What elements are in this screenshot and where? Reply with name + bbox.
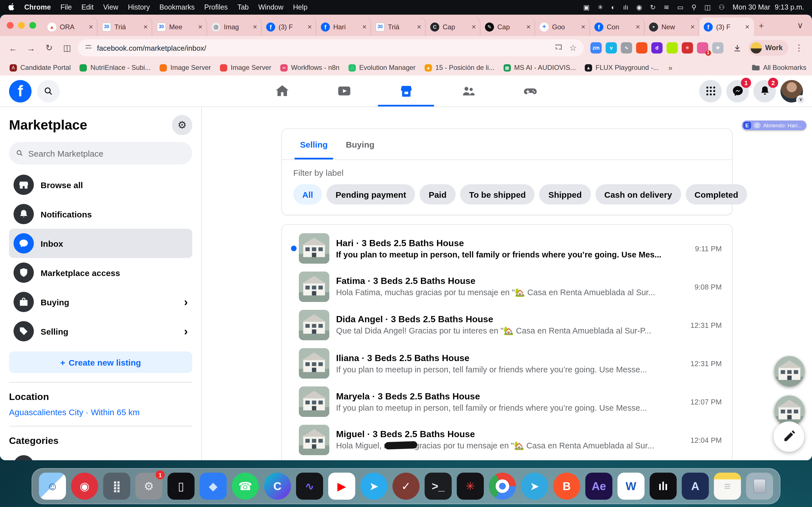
close-tab-icon[interactable]: × xyxy=(526,22,530,31)
create-new-listing-button[interactable]: + Create new listing xyxy=(9,351,192,373)
browser-tab[interactable]: Hari × xyxy=(316,17,371,36)
obs-icon[interactable]: ◉ xyxy=(637,3,642,11)
settings-gear-button[interactable]: ⚙ xyxy=(172,115,192,135)
browser-tab[interactable]: ORA × xyxy=(43,17,98,36)
lastpass-extension[interactable]: ✳ xyxy=(682,42,693,54)
menu-item[interactable]: Bookmarks xyxy=(159,3,195,11)
tasks-app[interactable]: ✓ xyxy=(393,473,419,500)
browser-tab[interactable]: Con × xyxy=(590,17,645,36)
sidebar-item[interactable]: Browse all › xyxy=(9,170,192,200)
after-effects[interactable]: Ae xyxy=(585,473,612,500)
filter-chip[interactable]: Pending payment xyxy=(326,184,415,205)
back-button[interactable]: ← xyxy=(6,41,20,55)
inbox-tab[interactable]: Selling xyxy=(291,129,337,159)
vimeo-extension[interactable]: v xyxy=(606,42,617,54)
conversation-row[interactable]: Miguel · 3 Beds 2.5 Baths House Hola Mig… xyxy=(282,421,732,459)
browser-tab[interactable]: Goo × xyxy=(535,17,590,36)
nav-home[interactable] xyxy=(251,75,313,107)
youtube[interactable]: ▶ xyxy=(328,473,355,500)
stats-icon[interactable]: ılı xyxy=(623,3,628,11)
browser-tab[interactable]: New × xyxy=(645,17,699,36)
menu-item[interactable]: Tab xyxy=(238,3,249,11)
equalizer-app[interactable]: ılı xyxy=(650,473,677,500)
media-player[interactable]: ◉ xyxy=(71,473,98,500)
cast-icon[interactable] xyxy=(554,43,562,53)
marketplace-search-input[interactable]: Search Marketplace xyxy=(9,142,192,165)
snowflake-icon[interactable]: ✳ xyxy=(598,3,603,11)
category-item[interactable]: Vehicles xyxy=(9,452,192,460)
launchpad[interactable]: ⣿ xyxy=(103,473,130,500)
bookmark-item[interactable]: Image Server xyxy=(216,62,275,73)
menu-item[interactable]: View xyxy=(103,3,118,11)
bookmark-item[interactable]: ∴ Evolution Manager xyxy=(345,62,419,73)
conversation-row[interactable]: Maryela · 3 Beds 2.5 Baths House If you … xyxy=(282,383,732,421)
sync-icon[interactable]: ↻ xyxy=(650,3,656,11)
wifi-icon[interactable]: ≋ xyxy=(664,3,669,11)
menu-item[interactable]: History xyxy=(128,3,150,11)
close-tab-icon[interactable]: × xyxy=(198,22,202,31)
bookmark-item[interactable]: ▦ MS AI - AUDIOVIS... xyxy=(500,62,580,73)
iphone-mirroring[interactable]: ▯ xyxy=(167,473,195,500)
spotlight-icon[interactable]: ⚲ xyxy=(692,3,697,11)
nav-video[interactable] xyxy=(313,75,375,107)
control-center-icon[interactable]: ◫ xyxy=(704,3,711,11)
bookmark-item[interactable]: ∞ Workflows - n8n xyxy=(276,62,343,73)
menu-item[interactable]: Chrome xyxy=(24,3,51,11)
browser-tab[interactable]: Imag × xyxy=(207,17,262,36)
puzzle-extension[interactable]: ❖ xyxy=(712,42,723,54)
location-link[interactable]: Aguascalientes City · Within 65 km xyxy=(9,407,192,417)
forward-button[interactable]: → xyxy=(24,41,38,55)
bookmarks-overflow-icon[interactable]: » xyxy=(664,63,677,72)
bookmark-item[interactable]: Image Server xyxy=(156,62,215,73)
conversation-row[interactable]: Dida Angel · 3 Beds 2.5 Baths House Que … xyxy=(282,306,732,344)
system-settings[interactable]: ⚙ 1 xyxy=(135,473,162,500)
canva[interactable]: C xyxy=(264,473,291,500)
zoom-window-button[interactable] xyxy=(29,22,36,29)
browser-tab[interactable]: (3) F × xyxy=(699,17,754,36)
whatsapp[interactable]: ☎ xyxy=(232,473,259,500)
shield-extension[interactable] xyxy=(666,42,678,54)
apps-menu-button[interactable] xyxy=(699,80,722,102)
pink-extension[interactable]: 1 xyxy=(697,42,708,54)
nav-groups[interactable] xyxy=(437,75,499,107)
browser-tab[interactable]: Cap × xyxy=(480,17,535,36)
user-switch-icon[interactable]: ⚇ xyxy=(719,3,725,11)
nav-gaming[interactable] xyxy=(499,75,561,107)
browser-tab[interactable]: Mee × xyxy=(152,17,207,36)
bookmark-item[interactable]: NutriEnlace - Subi... xyxy=(76,62,154,73)
sidebar-item[interactable]: Notifications › xyxy=(9,200,192,229)
filter-chip[interactable]: Shipped xyxy=(539,184,591,205)
minimize-window-button[interactable] xyxy=(18,22,25,29)
close-tab-icon[interactable]: × xyxy=(144,22,148,31)
close-tab-icon[interactable]: × xyxy=(417,22,421,31)
tab-search-caret-icon[interactable]: ∨ xyxy=(793,18,808,33)
browser-tab[interactable]: Cap × xyxy=(426,17,480,36)
close-tab-icon[interactable]: × xyxy=(362,22,366,31)
close-tab-icon[interactable]: × xyxy=(89,22,93,31)
all-bookmarks-button[interactable]: All Bookmarks xyxy=(752,64,806,71)
battery-icon[interactable]: ▭ xyxy=(677,3,684,11)
broadcast-extension[interactable]: ∿ xyxy=(621,42,632,54)
screen-mirroring-icon[interactable]: ▣ xyxy=(583,3,590,11)
chrome-menu-button[interactable]: ⋮ xyxy=(792,41,806,55)
compose-message-button[interactable] xyxy=(774,421,804,452)
profile-avatar-button[interactable]: ∨ xyxy=(780,80,803,102)
facebook-logo[interactable]: f xyxy=(9,80,32,102)
menu-item[interactable]: Window xyxy=(258,3,283,11)
filter-chip[interactable]: Cash on delivery xyxy=(595,184,681,205)
sidebar-item[interactable]: Inbox › xyxy=(9,229,192,258)
red-star-app[interactable]: ✳ xyxy=(457,473,484,500)
new-tab-button[interactable]: + xyxy=(754,18,769,33)
address-bar[interactable]: facebook.com/marketplace/inbox/ ☆ xyxy=(78,40,583,56)
close-tab-icon[interactable]: × xyxy=(472,22,476,31)
downloads-button[interactable] xyxy=(730,41,745,55)
menu-item[interactable]: Profiles xyxy=(204,3,228,11)
browser-profile-button[interactable]: Work xyxy=(748,40,788,56)
menu-item[interactable]: File xyxy=(60,3,71,11)
url-text[interactable]: facebook.com/marketplace/inbox/ xyxy=(97,44,206,52)
site-settings-icon[interactable] xyxy=(85,43,93,53)
browser-tab[interactable]: Triá × xyxy=(371,17,426,36)
bookmark-star-icon[interactable]: ☆ xyxy=(569,43,577,53)
menu-item[interactable]: Help xyxy=(293,3,307,11)
close-tab-icon[interactable]: × xyxy=(308,22,312,31)
